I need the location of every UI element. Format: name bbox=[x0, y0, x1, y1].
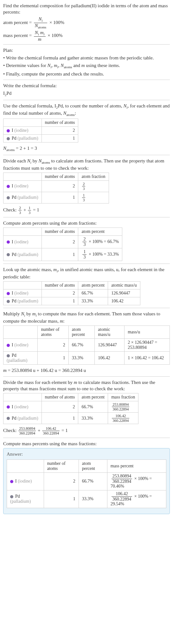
value-cell: 106.42360.22894 × 100% = 29.54% bbox=[107, 490, 166, 508]
frac-den: 360.22894 bbox=[112, 497, 132, 501]
plan-b2-a: • Determine values for bbox=[3, 63, 47, 68]
value-cell: 1 bbox=[42, 413, 78, 424]
dot-icon bbox=[10, 480, 13, 483]
dot-icon bbox=[7, 137, 10, 140]
eq-1: = 1 bbox=[61, 428, 68, 433]
frac-num: 106.42 bbox=[112, 414, 129, 418]
value-cell: 2 × 126.90447 = 253.80894 bbox=[125, 339, 170, 352]
element-symbol: I bbox=[12, 404, 14, 409]
chemical-formula: I2Pd bbox=[3, 90, 170, 97]
value-cell: 253.80894360.22894 × 100% = 70.46% bbox=[107, 472, 166, 490]
table-header-frac: atom fraction bbox=[78, 173, 109, 180]
element-name: (iodine) bbox=[14, 291, 28, 295]
element-symbol: Pd bbox=[12, 353, 16, 358]
value-cell: 13 bbox=[78, 192, 109, 203]
count-text-b: Pd, to count the number of atoms, bbox=[58, 103, 124, 108]
element-symbol: I bbox=[12, 128, 14, 133]
value-cell: 66.7% bbox=[78, 401, 108, 413]
calc-text: × 100% = 66.7% bbox=[87, 239, 119, 244]
element-name: (iodine) bbox=[14, 184, 28, 188]
table-header-num: number of atoms bbox=[38, 326, 68, 339]
value-cell: 1 bbox=[38, 352, 68, 365]
frac-den: 360.22894 bbox=[112, 479, 132, 484]
element-name: (iodine) bbox=[14, 343, 28, 347]
divider bbox=[3, 100, 170, 100]
value-cell: 66.7% bbox=[79, 472, 107, 490]
frac-den: 3 bbox=[82, 198, 85, 202]
table-row: Pd (palladium) 1 33.3% 106.42 1 × 106.42… bbox=[3, 352, 170, 365]
frac-den: 3 bbox=[82, 186, 85, 191]
table-row: Pd (palladium) 1 33.3% 106.42360.22894 bbox=[3, 413, 138, 424]
answer-table: number of atoms atom percent mass percen… bbox=[7, 459, 166, 508]
value-cell: 2 bbox=[42, 126, 78, 134]
value-cell: 253.80894360.22894 bbox=[108, 401, 138, 413]
table-header-num: number of atoms bbox=[42, 118, 78, 126]
table-header-num: number of atoms bbox=[42, 282, 78, 289]
frac-num: 106.42 bbox=[112, 492, 132, 497]
value-cell: 106.42360.22894 bbox=[108, 413, 138, 424]
dot-icon bbox=[7, 196, 10, 199]
value-cell: 2 bbox=[38, 339, 68, 352]
dot-icon bbox=[7, 253, 10, 256]
table-header-num: number of atoms bbox=[42, 393, 78, 401]
atom-percent-formula: atom percent = Ni Natoms × 100% bbox=[3, 17, 170, 29]
table-row: I (iodine) 2 66.7% 253.80894360.22894 bbox=[3, 401, 138, 413]
element-name: (iodine) bbox=[18, 479, 32, 483]
value-cell: 1 bbox=[42, 248, 78, 261]
element-name: (iodine) bbox=[14, 240, 28, 244]
element-name: (palladium) bbox=[17, 252, 38, 257]
eq-1: = 1 bbox=[33, 207, 39, 212]
table-header-num: number of atoms bbox=[42, 173, 78, 180]
table-header-amass: atomic mass/u bbox=[95, 326, 125, 339]
divider bbox=[3, 376, 170, 377]
atomfrac-text-a: Divide each bbox=[3, 158, 27, 163]
table-header-num: number of atoms bbox=[44, 459, 79, 472]
plan-b2-b: using these items. bbox=[85, 63, 120, 68]
answer-label: Answer: bbox=[7, 451, 166, 457]
atompercent-table: number of atoms atom percent I (iodine) … bbox=[3, 228, 122, 261]
atomfrac-text: Divide each Ni by Natoms to calculate at… bbox=[3, 158, 170, 171]
value-cell: 1 bbox=[42, 134, 78, 142]
table-row: I (iodine) 2 23 × 100% = 66.7% bbox=[3, 236, 122, 248]
atomfrac-check: Check: 23 + 13 = 1 bbox=[3, 206, 170, 215]
table-header-num: number of atoms bbox=[42, 228, 78, 236]
value-cell: 66.7% bbox=[78, 289, 108, 297]
mass-percent-label: mass percent = bbox=[3, 33, 32, 38]
element-name: (iodine) bbox=[14, 404, 28, 409]
value-cell: 33.3% bbox=[78, 297, 108, 305]
table-header-blank bbox=[3, 118, 42, 126]
table-row: Pd (palladium) 1 33.3% 106.42 bbox=[3, 297, 140, 305]
atomicmass-text: Look up the atomic mass, mi, in unified … bbox=[3, 266, 170, 280]
dot-icon bbox=[10, 495, 13, 498]
table-row: I (iodine) 2 66.7% 253.80894360.22894 × … bbox=[7, 472, 166, 490]
element-name: (palladium) bbox=[17, 416, 38, 421]
element-cell: I (iodine) bbox=[3, 236, 42, 248]
value-cell: 106.42 bbox=[108, 297, 140, 305]
element-name: (palladium) bbox=[17, 195, 38, 200]
dot-icon bbox=[7, 417, 10, 420]
massfrac-text: Divide the mass for each element by m to… bbox=[3, 379, 170, 392]
count-colon: : bbox=[75, 111, 76, 116]
dot-icon bbox=[7, 129, 10, 132]
atom-percent-label: atom percent = bbox=[3, 20, 32, 25]
frac-num: 1 bbox=[82, 193, 85, 198]
value-cell: 1 bbox=[44, 490, 79, 508]
dot-icon bbox=[7, 405, 10, 409]
atomicmass-text-a: Look up the atomic mass, bbox=[3, 267, 53, 272]
times-100-b: × 100% bbox=[48, 33, 62, 38]
count-text-a: Use the chemical formula, I bbox=[3, 103, 56, 108]
table-header-blank bbox=[3, 282, 42, 289]
element-cell: Pd (palladium) bbox=[3, 413, 42, 424]
element-symbol: Pd bbox=[12, 299, 17, 303]
frac-num: 2 bbox=[82, 182, 85, 186]
plan-bullet-2: • Determine values for Ni, mi, Natoms an… bbox=[3, 62, 170, 70]
molmass-text-a: Multiply bbox=[3, 311, 21, 316]
molmass-sum: m = 253.80894 u + 106.42 u = 360.22894 u bbox=[3, 367, 170, 374]
table-row: I (iodine) 2 bbox=[3, 126, 78, 134]
plan-bullet-3: • Finally, compute the percents and chec… bbox=[3, 71, 170, 77]
element-cell: Pd (palladium) bbox=[3, 248, 42, 261]
frac-den: 360.22894 bbox=[112, 418, 129, 422]
element-cell: I (iodine) bbox=[3, 339, 38, 352]
element-name: (palladium) bbox=[7, 358, 27, 363]
table-header-blank bbox=[7, 459, 44, 472]
